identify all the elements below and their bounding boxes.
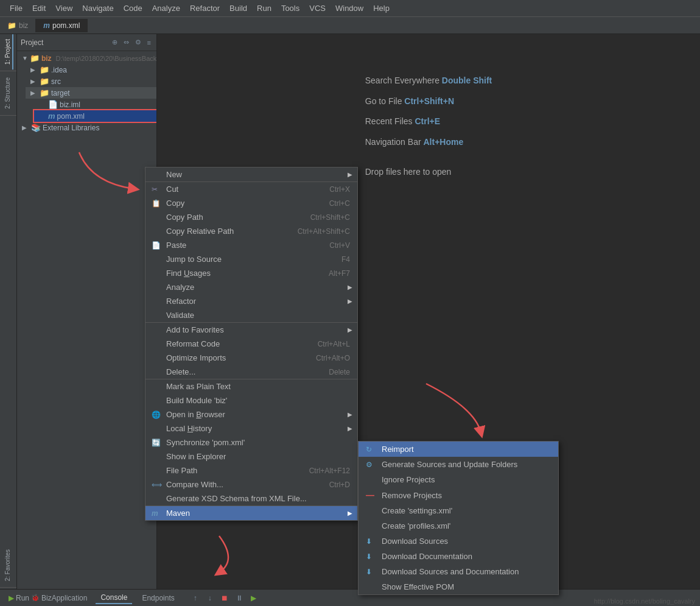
project-toolbar: Project ⊕ ⇔ ⚙ ≡ xyxy=(17,34,156,51)
maven-effective-pom-label: Show Effective POM xyxy=(382,582,454,591)
ctx-validate[interactable]: Validate xyxy=(145,308,357,322)
project-panel: Project ⊕ ⇔ ⚙ ≡ ▼ 📁 biz D:\temp\201802\2… xyxy=(17,34,157,589)
menu-vcs[interactable]: VCS xyxy=(304,2,331,14)
maven-generate-sources-label: Generate Sources and Update Folders xyxy=(382,460,517,469)
maven-dl-all-label: Download Sources and Documentation xyxy=(382,567,519,576)
ctx-maven[interactable]: m Maven xyxy=(145,506,357,520)
console-buttons: ↑ ↓ ⏹ ⏸ ▶ xyxy=(189,592,260,604)
maven-dl-sources-label: Download Sources xyxy=(382,537,448,546)
ctx-show-in-explorer[interactable]: Show in Explorer xyxy=(145,449,357,463)
console-scroll-down[interactable]: ↓ xyxy=(204,592,216,604)
maven-remove-projects[interactable]: — Remove Projects xyxy=(359,487,558,503)
ctx-new[interactable]: New xyxy=(145,167,357,181)
maven-submenu: ↻ Reimport ⚙ Generate Sources and Update… xyxy=(358,441,559,595)
tree-src[interactable]: ▶ 📁 src xyxy=(26,76,156,87)
maven-reimport[interactable]: ↻ Reimport xyxy=(359,442,558,457)
menu-view[interactable]: View xyxy=(51,2,77,14)
ctx-copy-path[interactable]: Copy Path Ctrl+Shift+C xyxy=(145,210,357,224)
menu-code[interactable]: Code xyxy=(119,2,147,14)
tree-idea[interactable]: ▶ 📁 .idea xyxy=(26,64,156,76)
maven-dl-docs-label: Download Documentation xyxy=(382,552,472,561)
console-pause[interactable]: ⏸ xyxy=(233,592,245,604)
hint-recent-files: Recent Files Ctrl+E xyxy=(365,111,492,132)
sidebar-item-project[interactable]: 1: Project xyxy=(3,34,13,69)
ctx-delete[interactable]: Delete... Delete xyxy=(145,365,357,379)
ctx-analyze[interactable]: Analyze xyxy=(145,280,357,294)
url-hint: http://blog.csdn.net/boling_cavalry xyxy=(594,597,695,605)
maven-show-effective-pom[interactable]: Show Effective POM xyxy=(359,579,558,594)
toolbar-pin-btn[interactable]: ⇔ xyxy=(122,37,131,48)
menu-tools[interactable]: Tools xyxy=(276,2,304,14)
tabbar: 📁 biz m pom.xml xyxy=(0,17,700,34)
ctx-copy[interactable]: 📋 Copy Ctrl+C xyxy=(145,196,357,210)
tab-biz-label: biz xyxy=(19,21,28,30)
endpoints-tab[interactable]: Endpoints xyxy=(137,593,179,604)
console-stop[interactable]: ⏹ xyxy=(219,592,231,604)
menu-edit[interactable]: Edit xyxy=(27,2,51,14)
ctx-reformat-code[interactable]: Reformat Code Ctrl+Alt+L xyxy=(145,337,357,351)
menu-analyze[interactable]: Analyze xyxy=(147,2,185,14)
menu-file[interactable]: File xyxy=(5,2,27,14)
maven-generate-sources[interactable]: ⚙ Generate Sources and Update Folders xyxy=(359,457,558,472)
run-label[interactable]: ▶ Run 🐞 BizApplication xyxy=(5,593,91,604)
ctx-file-path[interactable]: File Path Ctrl+Alt+F12 xyxy=(145,463,357,477)
tree-external-libs[interactable]: ▶ 📚 External Libraries xyxy=(17,122,156,133)
ctx-copy-relative-path[interactable]: Copy Relative Path Ctrl+Alt+Shift+C xyxy=(145,224,357,238)
toolbar-globe-btn[interactable]: ⊕ xyxy=(110,37,119,48)
ctx-add-to-favorites[interactable]: Add to Favorites xyxy=(145,322,357,337)
maven-create-profiles-label: Create 'profiles.xml' xyxy=(382,521,450,530)
hint-go-to-file: Go to File Ctrl+Shift+N xyxy=(365,91,492,112)
sidebar-item-structure[interactable]: 2: Structure xyxy=(3,72,13,114)
tab-pom-xml[interactable]: m pom.xml xyxy=(36,19,88,32)
menu-build[interactable]: Build xyxy=(225,2,252,14)
ctx-build-module[interactable]: Build Module 'biz' xyxy=(145,393,357,407)
maven-create-settings-label: Create 'settings.xml' xyxy=(382,506,452,515)
maven-download-sources-docs[interactable]: ⬇ Download Sources and Documentation xyxy=(359,564,558,579)
tree-pom-xml[interactable]: ▶ m pom.xml xyxy=(34,110,156,122)
context-menu: New ✂ Cut Ctrl+X 📋 Copy Ctrl+C Copy Path… xyxy=(145,167,358,521)
maven-ignore-label: Ignore Projects xyxy=(382,475,435,484)
menu-refactor[interactable]: Refactor xyxy=(185,2,225,14)
maven-ignore-projects[interactable]: Ignore Projects xyxy=(359,472,558,487)
ctx-refactor[interactable]: Refactor xyxy=(145,294,357,308)
left-sidebar: 1: Project 2: Structure 2: Favorites xyxy=(0,34,17,589)
ctx-jump-to-source[interactable]: Jump to Source F4 xyxy=(145,252,357,266)
ctx-find-usages[interactable]: Find Usages Alt+F7 xyxy=(145,266,357,280)
ctx-local-history[interactable]: Local History xyxy=(145,421,357,435)
ctx-cut[interactable]: ✂ Cut Ctrl+X xyxy=(145,181,357,196)
console-tab[interactable]: Console xyxy=(96,592,132,604)
menu-run[interactable]: Run xyxy=(252,2,276,14)
menu-help[interactable]: Help xyxy=(368,2,394,14)
hint-search-everywhere: Search Everywhere Double Shift xyxy=(365,71,492,91)
ctx-paste[interactable]: 📄 Paste Ctrl+V xyxy=(145,238,357,252)
ctx-synchronize[interactable]: 🔄 Synchronize 'pom.xml' xyxy=(145,435,357,449)
console-restart[interactable]: ▶ xyxy=(248,592,260,604)
menu-window[interactable]: Window xyxy=(331,2,368,14)
menubar: File Edit View Navigate Code Analyze Ref… xyxy=(0,0,700,17)
ctx-mark-plain-text[interactable]: Mark as Plain Text xyxy=(145,379,357,393)
maven-download-docs[interactable]: ⬇ Download Documentation xyxy=(359,549,558,564)
tab-project-biz[interactable]: 📁 biz xyxy=(0,19,36,32)
run-biz-application: BizApplication xyxy=(41,594,87,602)
maven-reimport-label: Reimport xyxy=(382,445,414,454)
ctx-open-in-browser[interactable]: 🌐 Open in Browser xyxy=(145,407,357,421)
toolbar-settings-btn[interactable]: ⚙ xyxy=(133,37,143,48)
menu-navigate[interactable]: Navigate xyxy=(77,2,118,14)
hint-navigation-bar: Navigation Bar Alt+Home xyxy=(365,132,492,153)
ctx-optimize-imports[interactable]: Optimize Imports Ctrl+Alt+O xyxy=(145,351,357,365)
toolbar-more-btn[interactable]: ≡ xyxy=(145,38,153,48)
hint-drop-files: Drop files here to open xyxy=(365,162,492,183)
sidebar-item-favorites[interactable]: 2: Favorites xyxy=(3,544,13,586)
tree-biz-iml[interactable]: ▶ 📄 biz.iml xyxy=(34,99,156,110)
maven-create-profiles[interactable]: Create 'profiles.xml' xyxy=(359,518,558,534)
project-panel-title: Project xyxy=(21,38,108,47)
project-tree: ▼ 📁 biz D:\temp\201802\20\BusinessBacken… xyxy=(17,51,156,589)
ctx-compare-with[interactable]: ⟺ Compare With... Ctrl+D xyxy=(145,477,357,491)
ctx-generate-xsd[interactable]: Generate XSD Schema from XML File... xyxy=(145,491,357,506)
console-scroll-up[interactable]: ↑ xyxy=(189,592,201,604)
maven-download-sources[interactable]: ⬇ Download Sources xyxy=(359,534,558,549)
tree-root-biz[interactable]: ▼ 📁 biz D:\temp\201802\20\BusinessBacken… xyxy=(17,52,156,64)
maven-remove-label: Remove Projects xyxy=(382,491,442,500)
maven-create-settings[interactable]: Create 'settings.xml' xyxy=(359,503,558,518)
tree-target[interactable]: ▶ 📁 target xyxy=(26,87,156,99)
